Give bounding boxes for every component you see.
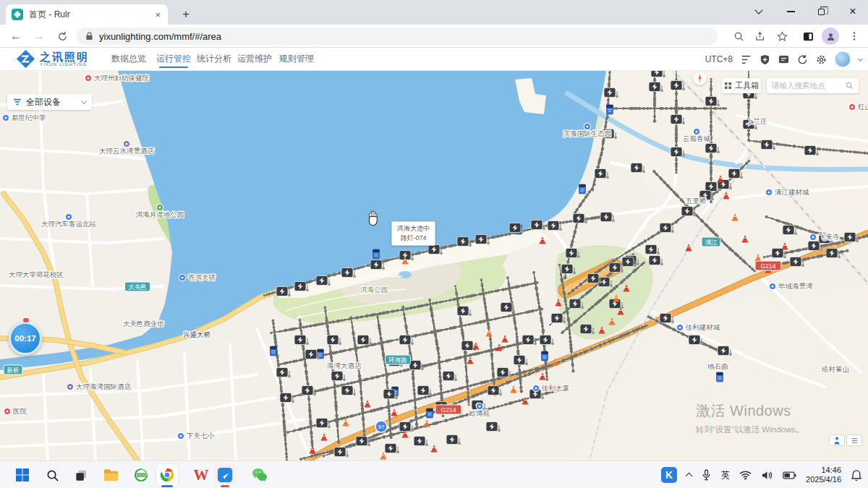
svg-text:满江: 满江 xyxy=(705,239,718,246)
toolbox-grid-icon xyxy=(724,82,732,90)
device-filter-icon xyxy=(13,98,22,106)
battery-icon[interactable] xyxy=(783,471,796,479)
start-button[interactable] xyxy=(14,466,31,484)
map-poi-label: 红山 xyxy=(848,103,868,111)
device-filter-dropdown[interactable]: 全部设备 xyxy=(7,94,92,110)
map-compass[interactable] xyxy=(693,72,707,85)
streetview-button[interactable] xyxy=(829,435,845,446)
svg-text:下关七小: 下关七小 xyxy=(187,432,215,440)
zoom-icon[interactable] xyxy=(731,28,746,44)
svg-text:华域海景湾: 华域海景湾 xyxy=(778,282,813,290)
browser-tab[interactable]: 首页 - Rulr × xyxy=(6,4,168,25)
power-cabinet-icon[interactable] xyxy=(373,249,380,259)
watermark-line1: 激活 Windows xyxy=(696,401,804,421)
svg-text:欧博苑: 欧博苑 xyxy=(469,409,490,417)
taskbar-search-icon[interactable] xyxy=(43,466,61,484)
nav-item-2[interactable]: 运行管控 xyxy=(153,48,194,69)
map-search-input[interactable]: 请输入搜索地点 xyxy=(767,78,859,93)
new-tab-button[interactable]: + xyxy=(178,7,194,22)
tray-expand-chevron[interactable] xyxy=(686,473,693,480)
notification-bell-icon[interactable] xyxy=(851,469,862,481)
map-poi-label: 大理州妇幼保健院 xyxy=(85,74,149,82)
sidebar-icon[interactable] xyxy=(800,28,816,44)
k-app-icon[interactable]: K xyxy=(661,467,677,483)
svg-text:苍洱天骄: 苍洱天骄 xyxy=(188,273,216,281)
power-cabinet-icon[interactable] xyxy=(607,105,613,114)
power-cabinet-icon[interactable] xyxy=(427,408,433,418)
share-icon[interactable] xyxy=(752,28,768,44)
svg-text:五里桥: 五里桥 xyxy=(686,197,707,205)
wifi-icon[interactable] xyxy=(739,470,752,480)
nav-item-1[interactable]: 数据总览 xyxy=(109,48,149,69)
shield-add-icon[interactable] xyxy=(760,54,770,65)
browser-menu-icon[interactable] xyxy=(846,28,862,44)
power-cabinet-icon[interactable] xyxy=(271,346,277,356)
hand-cursor xyxy=(365,210,381,228)
browser-address-bar: ← → yixunlighting.com/mmf/#/area xyxy=(0,25,868,48)
profile-avatar[interactable] xyxy=(822,27,839,45)
toolbox-button[interactable]: 工具箱 xyxy=(722,78,761,93)
map-poi-label: 大关邑商业街 xyxy=(123,320,165,328)
svg-text:洱海月湿地公园: 洱海月湿地公园 xyxy=(136,210,184,218)
svg-text:洱海公园: 洱海公园 xyxy=(360,286,388,294)
svg-text:大理云水湾景酒店: 大理云水湾景酒店 xyxy=(99,147,155,155)
power-cabinet-icon[interactable] xyxy=(579,184,586,194)
forward-button[interactable]: → xyxy=(30,27,48,45)
brand-logo-icon xyxy=(16,49,35,69)
message-icon[interactable] xyxy=(778,54,789,65)
svg-text:大理海湾国际酒店: 大理海湾国际酒店 xyxy=(76,382,132,390)
ime-indicator[interactable]: 英 xyxy=(721,469,730,481)
gear-icon[interactable] xyxy=(816,54,827,65)
wps-icon[interactable]: W xyxy=(192,466,210,484)
window-menu-chevron[interactable] xyxy=(748,1,770,22)
messenger-taskbar-item[interactable] xyxy=(214,464,236,486)
back-button[interactable]: ← xyxy=(7,27,25,45)
nav-item-4[interactable]: 运营维护 xyxy=(234,48,275,69)
windows-taskbar: W K 英 14:46 2025/4/16 xyxy=(0,461,868,488)
window-close-button[interactable]: × xyxy=(842,1,864,22)
chrome-icon xyxy=(159,467,175,483)
svg-text:飞来寺: 飞来寺 xyxy=(819,233,840,241)
map-poi-label: 医院 xyxy=(4,407,27,415)
filter-list-icon[interactable] xyxy=(741,54,752,65)
user-menu-caret[interactable] xyxy=(858,56,863,61)
map-canvas[interactable]: 97大关邑新桥满江环海路G214G214大理州妇幼保健院新世纪中学大理云水湾景酒… xyxy=(0,71,868,461)
device-filter-value: 全部设备 xyxy=(26,96,61,108)
tooltip-line1: 洱海大道中 xyxy=(397,224,430,234)
power-cabinet-icon[interactable] xyxy=(717,372,723,382)
microphone-icon[interactable] xyxy=(701,469,712,481)
window-restore-button[interactable] xyxy=(810,1,832,22)
power-cabinet-icon[interactable] xyxy=(542,351,548,361)
chrome-taskbar-item[interactable] xyxy=(156,464,178,486)
svg-text:兴盛大桥: 兴盛大桥 xyxy=(183,330,211,338)
reload-button[interactable] xyxy=(54,27,71,45)
speaker-icon[interactable] xyxy=(761,470,773,481)
toolbox-label: 工具箱 xyxy=(735,80,759,91)
svg-text:上兰庄: 上兰庄 xyxy=(746,117,767,125)
url-field[interactable]: yixunlighting.com/mmf/#/area xyxy=(77,27,718,45)
svg-text:地石曲: 地石曲 xyxy=(707,362,728,370)
map-poi-label: 大理大学荷花校区 xyxy=(9,270,64,278)
svg-text:滨海国际生态园: 滨海国际生态园 xyxy=(563,129,612,137)
bookmark-star-icon[interactable] xyxy=(774,28,790,44)
taskbar-clock[interactable]: 14:46 2025/4/16 xyxy=(806,466,841,484)
task-view-icon[interactable] xyxy=(72,466,90,484)
tooltip-line2: 路灯-074 xyxy=(397,234,430,243)
tab-close-icon[interactable]: × xyxy=(153,9,162,20)
svg-text:G214: G214 xyxy=(441,406,456,414)
road-badge: G214 xyxy=(755,261,781,270)
user-avatar[interactable] xyxy=(835,51,851,67)
refresh-icon[interactable] xyxy=(797,54,808,65)
window-minimize-button[interactable] xyxy=(780,1,801,22)
nav-item-5[interactable]: 规则管理 xyxy=(276,48,317,69)
app-logo[interactable]: 之讯照明 YIXUN LIGHTING xyxy=(16,49,89,69)
svg-text:海湾大酒店: 海湾大酒店 xyxy=(327,361,362,369)
wechat-icon[interactable] xyxy=(251,466,268,484)
road-badge: 满江 xyxy=(702,237,720,247)
session-timer: 00:17 xyxy=(9,322,42,355)
map-layers-button[interactable] xyxy=(846,435,862,446)
file-explorer-icon[interactable] xyxy=(102,466,119,484)
device-cluster-badge[interactable]: 97 xyxy=(375,421,387,432)
ie-browser-icon[interactable] xyxy=(132,466,150,484)
nav-item-3[interactable]: 统计分析 xyxy=(194,48,234,69)
